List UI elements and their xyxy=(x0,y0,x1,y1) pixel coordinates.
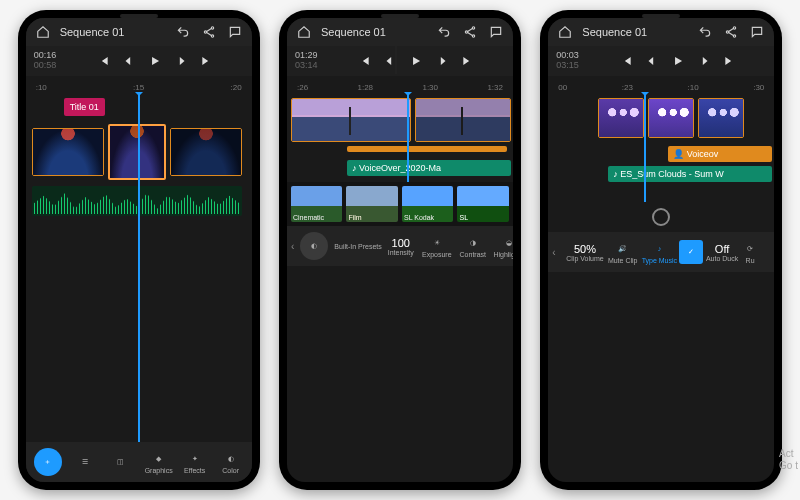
voiceover-clip[interactable]: 👤 Voiceov xyxy=(668,146,772,162)
play-button[interactable] xyxy=(144,50,166,72)
transport-bar: 00:0303:15 xyxy=(548,46,774,76)
bottom-toolbar: ‹ 50%Clip Volume 🔊Mute Clip ♪Type Music … xyxy=(548,232,774,272)
sequence-title[interactable]: Sequence 01 xyxy=(60,26,166,38)
step-back-button[interactable] xyxy=(379,50,401,72)
type-music-button[interactable]: ♪Type Music xyxy=(642,234,677,270)
undo-icon[interactable] xyxy=(696,23,714,41)
play-button[interactable] xyxy=(405,50,427,72)
phone-mockup-2: Sequence 01 01:2903:14 :261:281:301:32 ♪ xyxy=(279,10,521,490)
bottom-toolbar: ‹ ◐ Built-In Presets 100Intensity ☀Expos… xyxy=(287,226,513,266)
comment-icon[interactable] xyxy=(748,23,766,41)
highlights-control[interactable]: ◒Highlights xyxy=(492,228,513,264)
share-icon[interactable] xyxy=(200,23,218,41)
intensity-control[interactable]: 100Intensity xyxy=(384,228,418,264)
contrast-control[interactable]: ◑Contrast xyxy=(456,228,490,264)
skip-end-button[interactable] xyxy=(457,50,479,72)
timecode: 00:1600:58 xyxy=(34,51,57,71)
home-icon[interactable] xyxy=(556,23,574,41)
step-back-button[interactable] xyxy=(641,50,663,72)
preset-strip: Cinematic Film SL Kodak SL xyxy=(287,182,513,226)
video-clip-2-selected[interactable] xyxy=(108,124,166,180)
sequence-title[interactable]: Sequence 01 xyxy=(582,26,688,38)
video-clip-2[interactable] xyxy=(415,98,511,142)
voiceover-clip[interactable]: ♪ VoiceOver_2020-Ma xyxy=(347,160,511,176)
preset-sl-kodak[interactable]: SL Kodak xyxy=(402,186,454,222)
playhead[interactable] xyxy=(138,92,140,442)
mute-clip-button[interactable]: 🔊Mute Clip xyxy=(606,234,640,270)
transport-bar: 01:2903:14 xyxy=(287,46,513,76)
svg-point-0 xyxy=(211,27,213,29)
exposure-control[interactable]: ☀Exposure xyxy=(420,228,454,264)
video-clip-1[interactable] xyxy=(32,128,104,176)
timecode: 01:2903:14 xyxy=(295,51,318,71)
music-clip[interactable]: ♪ ES_Sum Clouds - Sum W xyxy=(608,166,772,182)
bottom-toolbar: ＋ ☰ ◫ ◆Graphics ✦Effects ◐Color xyxy=(26,442,252,482)
video-clip-1[interactable] xyxy=(598,98,644,138)
step-fwd-button[interactable] xyxy=(170,50,192,72)
top-bar: Sequence 01 xyxy=(26,18,252,46)
share-icon[interactable] xyxy=(461,23,479,41)
svg-point-1 xyxy=(204,31,206,33)
preset-cinematic[interactable]: Cinematic xyxy=(291,186,343,222)
video-clip-3[interactable] xyxy=(170,128,242,176)
video-clip-3[interactable] xyxy=(698,98,744,138)
timeline-ruler[interactable]: :261:281:301:32 xyxy=(287,76,513,92)
step-fwd-button[interactable] xyxy=(693,50,715,72)
timeline[interactable]: Title 01 xyxy=(26,92,252,442)
auto-duck-control[interactable]: OffAuto Duck xyxy=(705,234,739,270)
playhead[interactable] xyxy=(644,92,646,202)
share-icon[interactable] xyxy=(722,23,740,41)
sequence-title[interactable]: Sequence 01 xyxy=(321,26,427,38)
comment-icon[interactable] xyxy=(487,23,505,41)
home-icon[interactable] xyxy=(295,23,313,41)
effects-tab[interactable]: ✦Effects xyxy=(178,444,212,480)
timeline[interactable]: 👤 Voiceov ♪ ES_Sum Clouds - Sum W xyxy=(548,92,774,202)
skip-start-button[interactable] xyxy=(92,50,114,72)
color-tab[interactable]: ◐Color xyxy=(214,444,248,480)
step-back-button[interactable] xyxy=(118,50,140,72)
timeline-ruler[interactable]: :10:15:20 xyxy=(26,76,252,92)
skip-end-button[interactable] xyxy=(196,50,218,72)
home-icon[interactable] xyxy=(34,23,52,41)
step-fwd-button[interactable] xyxy=(431,50,453,72)
timeline-ruler[interactable]: 00:23:10:30 xyxy=(548,76,774,92)
svg-point-6 xyxy=(734,27,736,29)
svg-point-7 xyxy=(727,31,729,33)
timeline[interactable]: ♪ VoiceOver_2020-Ma xyxy=(287,92,513,182)
preset-film[interactable]: Film xyxy=(346,186,398,222)
svg-point-5 xyxy=(472,35,474,37)
builtin-presets-button[interactable]: ◐ xyxy=(300,232,328,260)
skip-end-button[interactable] xyxy=(719,50,741,72)
svg-point-3 xyxy=(472,27,474,29)
top-bar: Sequence 01 xyxy=(287,18,513,46)
chevron-left-icon[interactable]: ‹ xyxy=(552,234,564,270)
add-button[interactable]: ＋ xyxy=(34,448,62,476)
comment-icon[interactable] xyxy=(226,23,244,41)
chevron-left-icon[interactable]: ‹ xyxy=(291,228,294,264)
last-control[interactable]: ⟳Ru xyxy=(741,234,759,270)
transport-bar: 00:1600:58 xyxy=(26,46,252,76)
skip-start-button[interactable] xyxy=(353,50,375,72)
video-clip-1[interactable] xyxy=(291,98,411,142)
type-music-check[interactable]: ✓ xyxy=(679,240,703,264)
svg-point-2 xyxy=(211,35,213,37)
clip-volume-control[interactable]: 50%Clip Volume xyxy=(566,234,603,270)
voiceover-handle[interactable] xyxy=(347,146,507,152)
playhead[interactable] xyxy=(407,92,409,182)
video-clip-2[interactable] xyxy=(648,98,694,138)
edit-button[interactable]: ☰ xyxy=(68,444,102,480)
timecode: 00:0303:15 xyxy=(556,51,579,71)
crop-button[interactable]: ◫ xyxy=(104,444,138,480)
top-bar: Sequence 01 xyxy=(548,18,774,46)
skip-start-button[interactable] xyxy=(615,50,637,72)
builtin-presets-label: Built-In Presets xyxy=(334,228,381,264)
graphics-tab[interactable]: ◆Graphics xyxy=(142,444,176,480)
undo-icon[interactable] xyxy=(435,23,453,41)
preset-sl[interactable]: SL xyxy=(457,186,509,222)
phone-mockup-3: Sequence 01 00:0303:15 00:23:10:30 👤 Vo xyxy=(540,10,782,490)
title-clip[interactable]: Title 01 xyxy=(64,98,105,116)
audio-waveform[interactable] xyxy=(32,186,242,216)
play-button[interactable] xyxy=(667,50,689,72)
scrub-wheel[interactable] xyxy=(548,202,774,232)
undo-icon[interactable] xyxy=(174,23,192,41)
